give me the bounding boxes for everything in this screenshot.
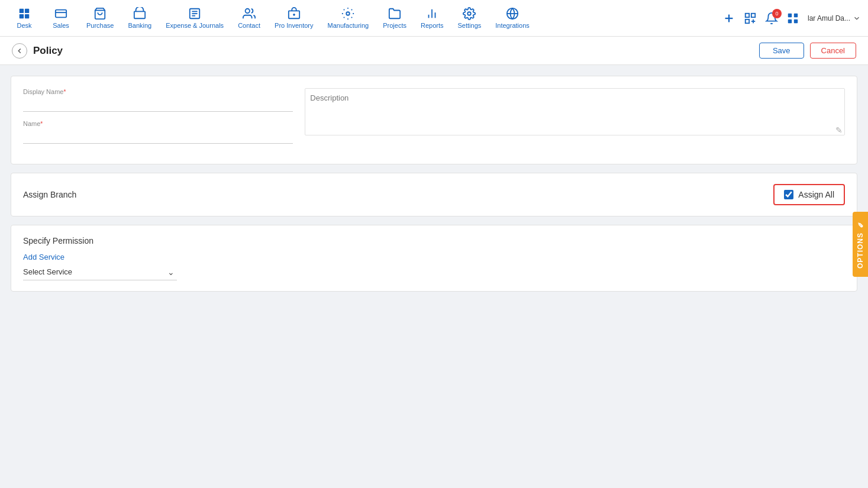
grid-view-button[interactable] [786, 12, 799, 25]
form-card: Display Name Name ✎ [11, 76, 857, 164]
assign-branch-section: Assign Branch Assign All [11, 173, 857, 216]
svg-rect-0 [20, 9, 24, 13]
svg-point-12 [246, 9, 250, 13]
svg-rect-27 [746, 19, 749, 22]
nav-item-purchase[interactable]: Purchase [80, 4, 120, 33]
nav-item-integrations[interactable]: Integrations [489, 4, 535, 33]
nav-item-banking[interactable]: Banking [122, 4, 157, 33]
svg-rect-25 [746, 13, 749, 17]
name-field: Name [23, 120, 293, 144]
nav-item-reports[interactable]: Reports [415, 4, 450, 33]
svg-rect-32 [788, 19, 792, 22]
service-select[interactable]: Select Service Service 1 Service 2 Servi… [23, 264, 177, 280]
svg-rect-33 [794, 19, 798, 22]
back-button[interactable] [12, 43, 27, 59]
svg-rect-3 [25, 14, 29, 18]
name-input[interactable] [23, 128, 293, 144]
nav-item-desk[interactable]: Desk [7, 4, 41, 33]
nav-item-expense-journals[interactable]: Expense & Journals [160, 4, 230, 33]
add-button[interactable] [722, 12, 735, 25]
header-actions: Save Cancel [759, 43, 856, 59]
description-wrapper: ✎ [305, 88, 845, 137]
svg-rect-2 [20, 14, 24, 18]
permission-section: Specify Permission Add Service Select Se… [11, 225, 857, 292]
form-row: Display Name Name ✎ [23, 88, 845, 152]
assign-all-box[interactable]: Assign All [773, 184, 845, 205]
svg-rect-31 [794, 13, 798, 17]
notifications-button[interactable]: 0 [765, 12, 778, 25]
nav-item-manufacturing[interactable]: Manufacturing [322, 4, 375, 33]
page-header-left: Policy [12, 43, 63, 59]
add-service-label: Add Service [23, 253, 845, 261]
svg-point-16 [347, 12, 350, 15]
permission-title: Specify Permission [23, 236, 845, 245]
assign-all-label[interactable]: Assign All [798, 190, 834, 199]
display-name-input[interactable] [23, 96, 293, 112]
user-menu[interactable]: lar Amul Da... [808, 14, 861, 22]
form-left-column: Display Name Name [23, 88, 293, 152]
svg-rect-1 [25, 9, 29, 13]
svg-rect-26 [751, 13, 755, 17]
nav-item-pro-inventory[interactable]: Pro Inventory [269, 4, 319, 33]
top-navigation: Desk Sales Purchase Banking Expense & Jo… [0, 0, 868, 37]
display-name-label: Display Name [23, 88, 293, 95]
nav-item-contact[interactable]: Contact [232, 4, 266, 33]
page-title: Policy [33, 45, 63, 57]
svg-rect-4 [56, 10, 66, 18]
save-button[interactable]: Save [759, 43, 804, 59]
name-label: Name [23, 120, 293, 127]
edit-icon: ✎ [835, 125, 843, 135]
options-tab[interactable]: OPTIONS ✎ [853, 211, 868, 276]
nav-right: 0 lar Amul Da... [722, 12, 861, 25]
main-content: Display Name Name ✎ [0, 65, 868, 302]
transfer-icon[interactable] [744, 12, 757, 25]
options-tab-inner: OPTIONS ✎ [856, 219, 864, 268]
svg-rect-30 [788, 13, 792, 17]
nav-item-projects[interactable]: Projects [377, 4, 412, 33]
display-name-field: Display Name [23, 88, 293, 112]
service-select-wrapper: Select Service Service 1 Service 2 Servi… [23, 264, 177, 280]
notification-badge: 0 [772, 9, 782, 18]
assign-branch-label: Assign Branch [23, 190, 76, 199]
svg-rect-7 [134, 11, 145, 18]
pencil-icon: ✎ [856, 219, 864, 228]
cancel-button[interactable]: Cancel [810, 43, 856, 59]
nav-item-settings[interactable]: Settings [452, 4, 488, 33]
description-textarea[interactable] [305, 88, 845, 135]
nav-items: Desk Sales Purchase Banking Expense & Jo… [7, 4, 722, 33]
svg-point-20 [468, 12, 472, 15]
nav-item-sales[interactable]: Sales [44, 4, 78, 33]
page-header: Policy Save Cancel [0, 37, 868, 65]
form-right-column: ✎ [305, 88, 845, 152]
assign-all-checkbox[interactable] [784, 190, 793, 199]
